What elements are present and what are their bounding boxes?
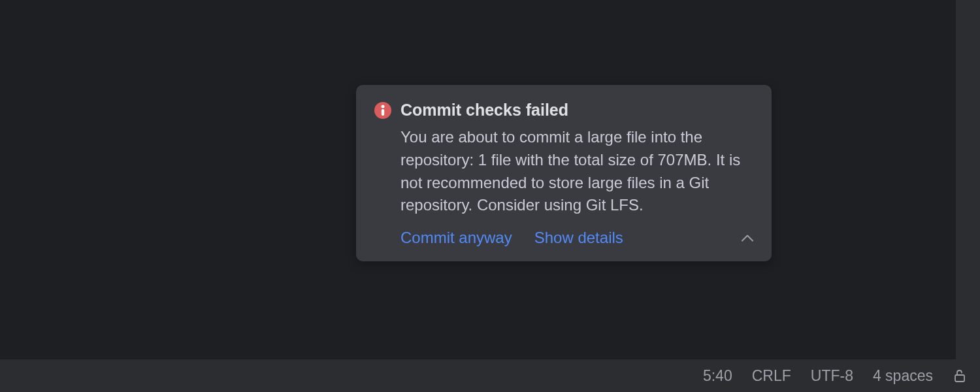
indent-settings[interactable]: 4 spaces [873,367,933,385]
svg-point-0 [382,105,385,108]
lock-open-icon[interactable] [953,368,967,383]
notification-title: Commit checks failed [400,101,568,120]
right-gutter [956,0,980,359]
file-encoding[interactable]: UTF-8 [811,367,853,385]
chevron-up-icon[interactable] [742,235,753,242]
notification-header: Commit checks failed [374,101,753,120]
commit-anyway-link[interactable]: Commit anyway [400,229,512,247]
cursor-position[interactable]: 5:40 [703,367,732,385]
svg-rect-1 [382,109,384,116]
show-details-link[interactable]: Show details [534,229,623,247]
line-separator[interactable]: CRLF [752,367,791,385]
notification-body: You are about to commit a large file int… [374,126,753,217]
status-bar: 5:40 CRLF UTF-8 4 spaces [0,359,980,392]
svg-rect-2 [955,375,964,382]
commit-checks-notification: Commit checks failed You are about to co… [356,85,772,261]
notification-actions: Commit anyway Show details [374,229,753,247]
error-icon [374,102,391,119]
